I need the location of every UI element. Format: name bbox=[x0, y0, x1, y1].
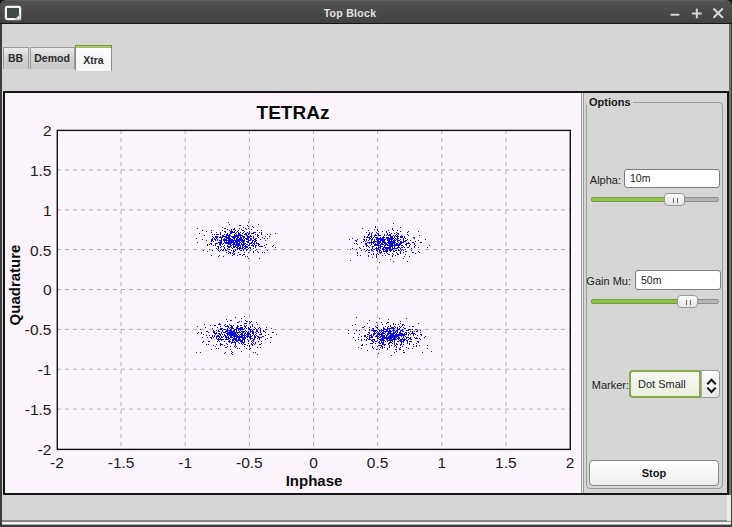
svg-text:0.5: 0.5 bbox=[367, 454, 389, 471]
svg-text:0: 0 bbox=[309, 454, 318, 471]
svg-text:-1.5: -1.5 bbox=[25, 401, 52, 418]
svg-text:-1.5: -1.5 bbox=[108, 454, 135, 471]
svg-text:-0.5: -0.5 bbox=[25, 321, 52, 338]
svg-text:-1: -1 bbox=[38, 361, 52, 378]
svg-text:2: 2 bbox=[566, 454, 575, 471]
svg-text:1.5: 1.5 bbox=[30, 162, 52, 179]
svg-text:Inphase: Inphase bbox=[286, 472, 343, 489]
svg-text:TETRAz: TETRAz bbox=[257, 102, 330, 123]
svg-text:0.5: 0.5 bbox=[30, 242, 52, 259]
svg-text:-2: -2 bbox=[38, 441, 52, 458]
svg-text:2: 2 bbox=[43, 122, 52, 139]
svg-text:1: 1 bbox=[437, 454, 446, 471]
svg-text:-2: -2 bbox=[50, 454, 64, 471]
svg-text:1: 1 bbox=[43, 202, 52, 219]
svg-text:0: 0 bbox=[43, 281, 52, 298]
svg-text:-1: -1 bbox=[178, 454, 192, 471]
svg-text:-0.5: -0.5 bbox=[236, 454, 263, 471]
svg-text:1.5: 1.5 bbox=[495, 454, 517, 471]
svg-text:Quadrature: Quadrature bbox=[6, 245, 23, 326]
